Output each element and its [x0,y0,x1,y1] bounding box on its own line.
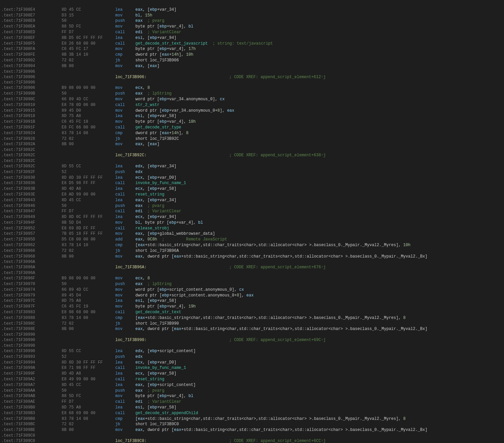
mnemonic: lea [115,175,135,181]
code-line: .text:71F309948D 8D 30 FF FF FFleaecx, [… [0,360,504,366]
code-line: .text:71F308EDFF D7calledi ; VariantClea… [0,30,504,35]
code-line: .text:71F3091BC6 45 FC 18movbyte ptr [eb… [0,119,504,125]
address: .text:71F3093B [1,186,62,192]
operand: eax ; lpString [135,281,503,287]
code-line: .text:71F309498D 8D 6C FF FF FFleaecx, [… [0,214,504,220]
code-line: .text:71F3099AE8 71 98 FF FFcallinvoke_b… [0,365,504,371]
code-line: .text:71F308E950pusheax ; pvarg [0,18,504,24]
bytes: 50 [62,18,115,24]
address: .text:71F30902 [1,58,62,63]
code-line: .text:71F30990loc_71F3B990:; CODE XREF: … [0,337,504,343]
address: .text:71F3096A [1,259,62,265]
mnemonic: cmp [115,242,135,248]
operand: get_decode_str_type [135,125,503,130]
address: .text:71F308ED [1,30,62,35]
code-line: .text:71F3096A [0,259,504,265]
mnemonic: mov [115,304,135,310]
address: .text:71F30906 [1,74,62,80]
code-line: .text:71F3096672 02jbshort loc_71F3B96A [0,248,504,254]
mnemonic: mov [115,85,135,91]
address: .text:71F3098C [1,321,62,327]
bytes: 50 [62,203,115,209]
code-line: .text:71F3096FB9 08 00 00 00movecx, 8 [0,276,504,281]
operand: eax, [ebp+global_webbrowser_data] [135,231,503,237]
address: .text:71F30936 [1,180,62,186]
mnemonic: mov [115,220,135,226]
bytes: C6 45 FC 18 [62,119,115,125]
address: .text:71F30949 [1,214,62,220]
operand: short loc_71F3B990 [135,321,503,327]
bytes [62,74,115,80]
bytes [62,438,115,443]
mnemonic: call [115,102,135,108]
operand: short loc_71F3B96A [135,248,503,254]
bytes: B9 08 00 00 00 [62,276,115,281]
address: .text:71F308E7 [1,13,62,18]
mnemonic: mov [115,393,135,399]
mnemonic: call [115,399,135,405]
code-line: .text:71F308E7D3 15movbl, 15h [0,13,504,18]
code-line: .text:71F309B883 78 14 08cmp[eax+std::ba… [0,416,504,422]
bytes: 8D 4D A8 [62,371,115,377]
address: .text:71F30928 [1,136,62,142]
code-line: .text:71F3092F52pushedx [0,169,504,175]
mnemonic: lea [115,35,135,41]
code-line: .text:71F3092Cloc_71F3B92C:; CODE XREF: … [0,153,504,158]
address: .text:71F30946 [1,203,62,209]
mnemonic: cmp [115,315,135,321]
code-line: .text:71F30947FF D7calledi ; VariantClea… [0,209,504,214]
loc-label: loc_71F3B92C: [115,153,229,158]
operand: esi, [ebp+var_58] [135,405,503,410]
mnemonic: lea [115,348,135,354]
operand: edi ; VariantClear [135,209,503,214]
address: .text:71F309AE [1,399,62,405]
address: .text:71F30930 [1,175,62,181]
code-line: .text:71F3098E8B 00moveax, dword ptr [ea… [0,326,504,332]
operand: ecx, 8 [135,276,503,281]
code-line: .text:71F309AA50pusheax ; pvarg [0,388,504,394]
operand: ecx, [ebp+var_D0] [135,360,503,366]
mnemonic: mov [115,427,135,433]
operand: invoke_by_func_name_1 [135,365,503,371]
address: .text:71F308E4 [1,7,62,13]
code-line: .text:71F3097FC6 45 FC 19movbyte ptr [eb… [0,304,504,310]
operand: dword ptr [ebp+script_content.anonymous_… [135,293,503,298]
code-line: .text:71F30952E8 69 8D FF FFcallrelease_… [0,226,504,231]
bytes: 50 [62,388,115,394]
xref: ; CODE XREF: append_script_element+638↑j [229,153,326,158]
bytes: 72 02 [62,321,115,327]
code-line: .text:71F309908D 55 CCleaedx, [ebp+scrip… [0,348,504,354]
address: .text:71F30906 [1,69,62,74]
operand: ecx, [ebp+var_94] [135,214,503,220]
operand: ecx, [ebp+var_D0] [135,175,503,181]
disassembly-view: .text:71F308E48D 45 CCleaeax, [ebp+var_3… [0,0,504,443]
code-line: .text:71F3096Aloc_71F3B96A:; CODE XREF: … [0,265,504,270]
operand: bl, 15h [135,13,503,18]
bytes: 8B 00 [62,142,115,147]
bytes: FF D7 [62,399,115,405]
mnemonic: call [115,365,135,371]
loc-label: loc_71F3B9C0: [115,438,229,443]
mnemonic: mov [115,254,135,260]
code-line: .text:71F30990 [0,332,504,337]
mnemonic: lea [115,382,135,388]
bytes: 50 [62,281,115,287]
address: .text:71F3092C [1,164,62,169]
code-line: .text:71F3091FE8 FC 66 00 00callget_deco… [0,125,504,130]
bytes: FF D7 [62,30,115,35]
mnemonic: call [115,209,135,214]
mnemonic: call [115,180,135,186]
loc-label: loc_71F3B96A: [115,265,229,270]
code-line: .text:71F3098883 78 14 08cmp[eax+std::ba… [0,315,504,321]
address: .text:71F30918 [1,113,62,119]
bytes [62,265,115,270]
xref: ; CODE XREF: append_script_element+6CC↑j [229,438,326,443]
bytes: E8 AD 99 00 00 [62,192,115,198]
mnemonic: jb [115,58,135,63]
code-line: .text:71F30936E8 D5 98 FF FFcallinvoke_b… [0,180,504,186]
code-line: .text:71F3096283 78 14 10cmp[eax+std::ba… [0,242,504,248]
bytes: 8B D5 6C FF FF FF [62,35,115,41]
operand: dword ptr [eax+14h], 10h [135,52,503,58]
code-line: .text:71F308FE8B 3B 14 10cmpdword ptr [e… [0,52,504,58]
code-line: .text:71F3090272 02jbshort loc_71F3B906 [0,58,504,63]
